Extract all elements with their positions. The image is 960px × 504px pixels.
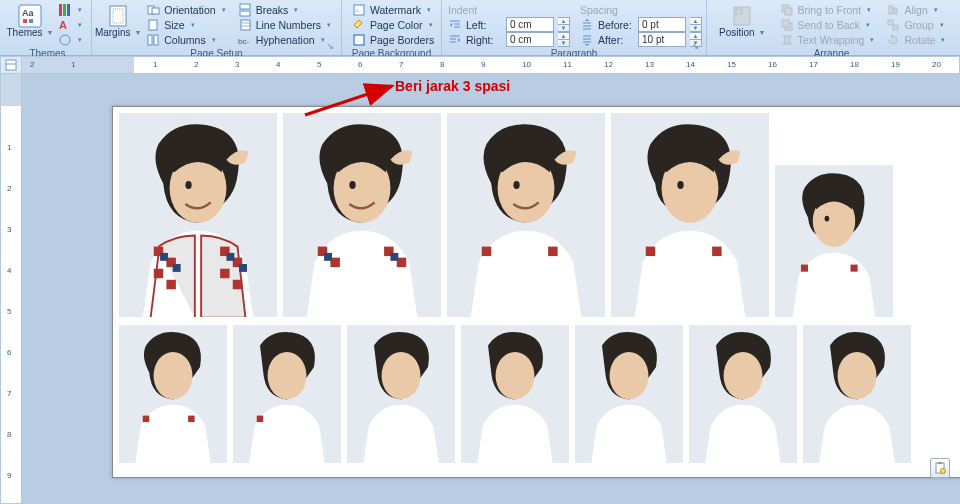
orientation-icon — [146, 3, 160, 17]
page-borders-button[interactable]: Page Borders — [348, 32, 438, 47]
svg-rect-95 — [188, 416, 194, 422]
indent-left-icon — [448, 18, 462, 32]
indent-left-input[interactable] — [506, 17, 554, 32]
spacing-header: Spacing — [580, 2, 702, 17]
spacing-after-label: After: — [598, 34, 634, 46]
ruler-h-tick: 5 — [317, 60, 321, 69]
ruler-h-tick: 20 — [932, 60, 941, 69]
indent-right-input[interactable] — [506, 32, 554, 47]
line-numbers-button[interactable]: Line Numbers▾ — [234, 17, 335, 32]
svg-rect-75 — [390, 253, 398, 261]
ruler-h-tick: 2 — [30, 60, 34, 69]
indent-right-row: Right: ▲▼ — [448, 32, 570, 47]
photo-small[interactable] — [461, 325, 569, 463]
svg-rect-57 — [154, 269, 163, 278]
page-color-button[interactable]: Page Color▾ — [348, 17, 438, 32]
align-button: Align▾ — [882, 2, 949, 17]
watermark-button[interactable]: AWatermark▾ — [348, 2, 438, 17]
size-icon — [146, 18, 160, 32]
ruler-h-tick: 4 — [276, 60, 280, 69]
svg-rect-47 — [894, 8, 897, 14]
spacing-after-input[interactable] — [638, 32, 686, 47]
ruler-v-tick: 2 — [7, 184, 11, 193]
spacing-before-icon — [580, 18, 594, 32]
photo-large[interactable] — [447, 113, 605, 317]
ruler-h-tick: 16 — [768, 60, 777, 69]
indent-header: Indent — [448, 2, 570, 17]
spacing-after-row: After: ▲▼ — [580, 32, 702, 47]
svg-point-111 — [941, 469, 946, 474]
photo-large[interactable] — [283, 113, 441, 317]
spacing-before-input[interactable] — [638, 17, 686, 32]
photo-small[interactable] — [689, 325, 797, 463]
line-numbers-icon — [238, 18, 252, 32]
theme-colors-button[interactable]: ▾ — [54, 2, 86, 17]
photo-small[interactable] — [347, 325, 455, 463]
photo-small[interactable] — [575, 325, 683, 463]
breaks-button[interactable]: Breaks▾ — [234, 2, 335, 17]
paragraph-launcher[interactable]: ↘ — [692, 42, 704, 54]
group-btn-label: Group — [904, 19, 933, 31]
position-icon — [730, 4, 754, 26]
group-paragraph: Indent Left: ▲▼ Right: ▲▼ Spacing Before… — [442, 0, 707, 55]
paste-options-smart-tag[interactable] — [930, 458, 950, 478]
svg-rect-62 — [233, 280, 242, 289]
ruler-vertical[interactable]: 123456789 — [0, 74, 22, 504]
columns-button[interactable]: Columns▾ — [142, 32, 229, 47]
group-button: Group▾ — [882, 17, 949, 32]
indent-right-spinner[interactable]: ▲▼ — [558, 32, 570, 47]
margins-button[interactable]: Margins▼ — [98, 2, 138, 40]
page-color-label: Page Color — [370, 19, 423, 31]
group-icon — [886, 18, 900, 32]
breaks-label: Breaks — [256, 4, 289, 16]
ruler-h-tick: 12 — [604, 60, 613, 69]
ruler-v-tick: 6 — [7, 348, 11, 357]
svg-point-8 — [60, 35, 70, 45]
ruler-h-tick: 3 — [235, 60, 239, 69]
photo-row-2 — [119, 325, 955, 463]
document-page[interactable] — [112, 106, 960, 478]
svg-rect-85 — [712, 247, 721, 256]
photo-large[interactable] — [119, 113, 277, 317]
svg-rect-64 — [173, 264, 181, 272]
svg-rect-15 — [154, 35, 158, 45]
align-label: Align — [904, 4, 927, 16]
spacing-before-label: Before: — [598, 19, 634, 31]
themes-label: Themes — [6, 27, 42, 38]
photo-small[interactable] — [803, 325, 911, 463]
theme-fonts-button[interactable]: A▾ — [54, 17, 86, 32]
size-button[interactable]: Size▾ — [142, 17, 229, 32]
rotate-button: Rotate▾ — [882, 32, 949, 47]
document-canvas[interactable] — [22, 74, 960, 504]
photo-large[interactable] — [611, 113, 769, 317]
svg-rect-79 — [482, 247, 491, 256]
photo-small[interactable] — [119, 325, 227, 463]
spacing-before-spinner[interactable]: ▲▼ — [690, 17, 702, 32]
hyphenation-button[interactable]: bc‑Hyphenation▾ — [234, 32, 335, 47]
orientation-button[interactable]: Orientation▾ — [142, 2, 229, 17]
paste-options-icon — [933, 461, 947, 475]
themes-button[interactable]: Aa Themes▼ — [10, 2, 50, 40]
svg-rect-3 — [29, 19, 33, 23]
svg-rect-49 — [893, 25, 898, 30]
ruler-horizontal[interactable]: 211234567891011121314151617181920 — [22, 56, 960, 74]
svg-rect-84 — [646, 247, 655, 256]
ruler-h-tick: 1 — [71, 60, 75, 69]
group-arrange: Position▼ Bring to Front▾ Send to Back▾ … — [707, 0, 956, 55]
page-setup-launcher[interactable]: ↘ — [327, 42, 339, 54]
svg-point-67 — [185, 181, 191, 189]
photo-small[interactable] — [233, 325, 341, 463]
ruler-h-tick: 6 — [358, 60, 362, 69]
theme-effects-button[interactable]: ▾ — [54, 32, 86, 47]
svg-rect-65 — [226, 253, 234, 261]
send-back-label: Send to Back — [798, 19, 860, 31]
ruler-corner[interactable] — [0, 56, 22, 74]
svg-rect-66 — [239, 264, 247, 272]
svg-rect-48 — [888, 20, 893, 25]
group-page-background: AWatermark▾ Page Color▾ Page Borders Pag… — [342, 0, 442, 55]
indent-left-spinner[interactable]: ▲▼ — [558, 17, 570, 32]
send-back-button: Send to Back▾ — [776, 17, 879, 32]
ruler-h-tick: 10 — [522, 60, 531, 69]
photo-small[interactable] — [775, 165, 893, 317]
group-themes: Aa Themes▼ ▾ A▾ ▾ Themes — [4, 0, 92, 55]
